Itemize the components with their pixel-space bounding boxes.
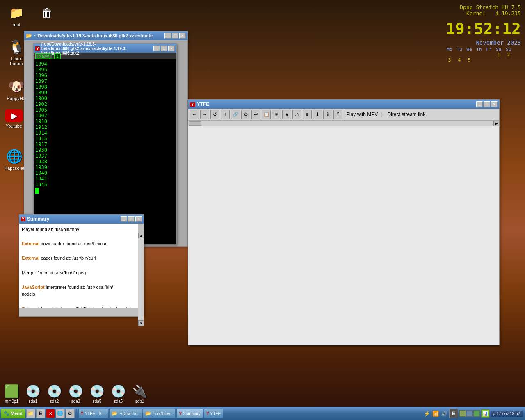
settings-button[interactable]: ⚙ <box>241 110 250 119</box>
summary-minimize[interactable]: _ <box>121 216 127 222</box>
alert-button[interactable]: ⚠ <box>292 110 301 119</box>
summary-line-6 <box>22 262 135 269</box>
quicklaunch-terminal[interactable]: 🖥 <box>36 409 45 418</box>
desktop-icon-trash[interactable]: 🗑 <box>33 2 62 25</box>
quicklaunch-close[interactable]: ✕ <box>46 409 55 418</box>
bookmark-button[interactable]: ★ <box>282 110 291 119</box>
terminal-controls[interactable]: _ □ × <box>153 46 175 51</box>
url-button[interactable]: 🔗 <box>231 110 240 119</box>
terminal-line: 1940 <box>35 170 175 176</box>
device-sda3[interactable]: 💿 sda3 <box>68 384 83 404</box>
calendar-month: November 2023 <box>446 39 521 46</box>
taskbar-item-summary[interactable]: Y Summary <box>176 409 203 418</box>
maximize-button[interactable]: □ <box>172 33 178 39</box>
terminal-titlebar[interactable]: Y /root/Downloads/ytfe-1.19.3-beta.linux… <box>34 44 176 53</box>
file-manager-titlebar[interactable]: 📂 ~/Downloads/ytfe-1.19.3-beta.linux.i68… <box>24 31 187 40</box>
taskbar-clock: p 17 nov 19:52 <box>491 411 523 417</box>
tab-num[interactable]: 1 <box>54 53 61 59</box>
sda1-label: sda1 <box>29 399 38 404</box>
summary-line-5: External pager found at: /usr/bin/curl <box>22 255 135 262</box>
summary-line-4 <box>22 248 135 255</box>
wm-btn-3[interactable] <box>473 410 480 417</box>
device-sda1[interactable]: 💿 sda1 <box>25 384 41 404</box>
summary-maximize[interactable]: □ <box>128 216 135 222</box>
scroll-down-button[interactable]: ▼ <box>138 320 144 326</box>
quicklaunch-browser[interactable]: 🌐 <box>56 409 65 418</box>
taskbar-item-root-dow[interactable]: 📂 /root/Dow... <box>143 409 176 418</box>
scroll-right-btn[interactable]: ▶ <box>493 121 499 126</box>
summary-controls[interactable]: _ □ × <box>121 216 142 222</box>
scrollbar-thumb-h[interactable] <box>189 121 201 126</box>
minimize-button[interactable]: _ <box>164 33 171 39</box>
bluetooth-icon[interactable]: ⚡ <box>423 410 431 417</box>
taskbar-item-downloads[interactable]: 📂 ~/Downlo... <box>109 409 142 418</box>
device-sda6[interactable]: 💿 sda6 <box>111 384 126 404</box>
new-tab-button[interactable]: + <box>221 110 230 119</box>
summary-scrollbar[interactable]: ▲ ▼ <box>138 233 144 326</box>
desktop-icon-puppyhu-label: PuppyHU <box>7 96 26 101</box>
term-maximize[interactable]: □ <box>161 46 167 51</box>
taskbar-item-ytfe2[interactable]: Y YTFE <box>204 409 223 418</box>
system-info-panel: Dpup Stretch HU 7.5 Kernel 4.19.235 19:5… <box>446 4 521 63</box>
info-button[interactable]: ℹ <box>323 110 332 119</box>
wm-btn-2[interactable] <box>466 410 473 417</box>
direct-stream-label[interactable]: Direct stream link <box>387 112 425 117</box>
term-minimize[interactable]: _ <box>153 46 160 51</box>
clipboard-button[interactable]: 📋 <box>262 110 271 119</box>
taskbar-summary-icon: Y <box>179 411 182 416</box>
close-button[interactable]: × <box>179 33 186 39</box>
sdb1-label: sdb1 <box>135 399 144 404</box>
network-icon[interactable]: 📶 <box>432 410 439 417</box>
summary-line-7: Merger found at: /usr/bin/ffmpeg <box>22 269 135 277</box>
summary-icon: Y <box>21 217 25 221</box>
taskbar-separator <box>76 409 77 418</box>
summary-body: Player found at: /usr/bin/mpv External d… <box>19 224 144 317</box>
ytfe-titlebar[interactable]: Y YTFE _ □ × <box>188 100 499 109</box>
taskbar-ytfe-icon: Y <box>81 411 84 416</box>
quicklaunch-settings[interactable]: ⚙ <box>66 409 75 418</box>
start-menu-button[interactable]: 🐾 Menü <box>1 409 25 418</box>
ytfe-minimize[interactable]: _ <box>476 101 483 107</box>
calendar-header: Mo Tu We Th Fr Sa Su <box>446 47 521 52</box>
desktop-icon-root[interactable]: 📁 root <box>2 2 31 30</box>
wm-btn-1[interactable] <box>459 410 466 417</box>
kernel-info: Kernel 4.19.235 <box>446 10 521 16</box>
history-button[interactable]: ↩ <box>251 110 260 119</box>
summary-close[interactable]: × <box>135 216 142 222</box>
volume-icon[interactable]: 🔊 <box>441 410 448 417</box>
device-mm0p1[interactable]: 🟩 mm0p1 <box>4 384 19 404</box>
toolbar-separator: | <box>381 112 382 117</box>
term-close[interactable]: × <box>168 46 175 51</box>
ytfe-controls[interactable]: _ □ × <box>476 101 498 107</box>
file-manager-controls[interactable]: _ □ × <box>164 33 186 39</box>
cpu-monitor-icon[interactable]: 📊 <box>481 409 489 418</box>
monitor-icon[interactable]: 🖥 <box>449 409 458 418</box>
sda3-label: sda3 <box>71 399 80 404</box>
summary-window: Y Summary _ □ × Player found at: /usr/bi… <box>19 214 144 317</box>
device-sda2[interactable]: 💿 sda2 <box>47 384 62 404</box>
download-button[interactable]: ⬇ <box>313 110 322 119</box>
back-button[interactable]: ← <box>190 110 199 119</box>
summary-titlebar[interactable]: Y Summary _ □ × <box>19 215 144 224</box>
scroll-up-button[interactable]: ▲ <box>138 233 144 238</box>
list-button[interactable]: ≡ <box>303 110 312 119</box>
reload-button[interactable]: ↺ <box>210 110 219 119</box>
start-icon: 🐾 <box>4 411 9 416</box>
ytfe-content-area <box>188 126 499 345</box>
sda2-icon: 💿 <box>47 384 62 398</box>
sda3-icon: 💿 <box>68 384 83 398</box>
ytfe-scrollbar-horizontal-top[interactable]: ▶ <box>188 121 499 126</box>
terminal-line: 1939 <box>35 164 175 170</box>
mm0p1-label: mm0p1 <box>5 399 18 404</box>
fullscreen-button[interactable]: ⊞ <box>272 110 281 119</box>
forward-button[interactable]: → <box>200 110 209 119</box>
ytfe-close[interactable]: × <box>491 101 498 107</box>
device-sda5[interactable]: 💿 sda5 <box>89 384 105 404</box>
quicklaunch-folder[interactable]: 📁 <box>26 409 35 418</box>
play-with-mpv-label[interactable]: Play with MPV <box>346 112 378 117</box>
taskbar-item-ytfe[interactable]: Y YTFE - 9.... <box>78 409 108 418</box>
terminal-line: 1937 <box>35 153 175 159</box>
device-sdb1[interactable]: 🔌 sdb1 <box>132 384 147 404</box>
ytfe-maximize[interactable]: □ <box>484 101 490 107</box>
help-button[interactable]: ? <box>333 110 342 119</box>
